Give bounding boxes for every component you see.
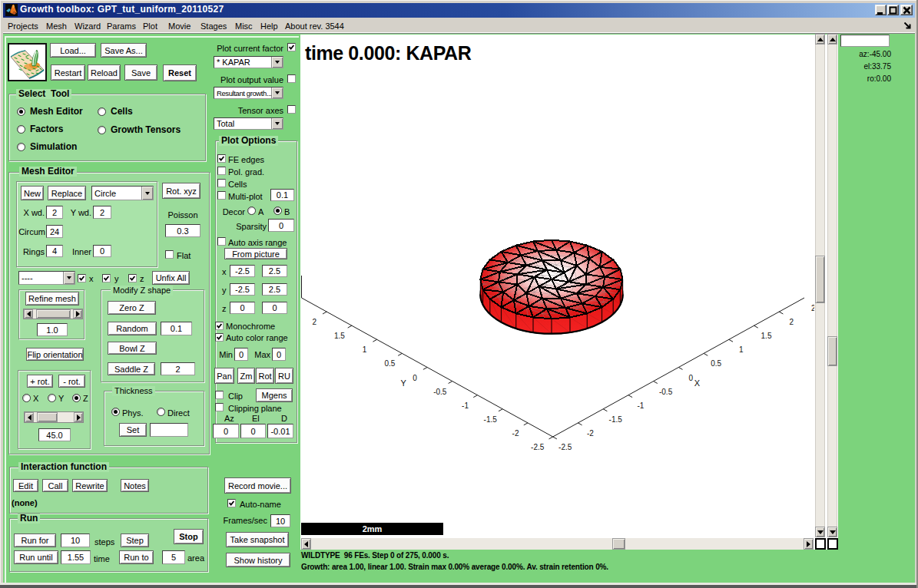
svg-text:-0.5: -0.5 xyxy=(659,388,673,396)
svg-text:1.5: 1.5 xyxy=(761,332,772,340)
svg-text:1.5: 1.5 xyxy=(334,332,345,340)
svg-text:2: 2 xyxy=(789,318,794,326)
svg-text:0.5: 0.5 xyxy=(384,359,395,368)
svg-text:-2: -2 xyxy=(512,429,519,438)
svg-text:-1: -1 xyxy=(637,401,644,410)
svg-text:0: 0 xyxy=(689,374,694,382)
svg-text:2: 2 xyxy=(312,318,316,326)
svg-text:-0.5: -0.5 xyxy=(433,388,447,396)
svg-text:1: 1 xyxy=(739,345,744,354)
svg-text:-2: -2 xyxy=(587,429,594,438)
svg-text:-2.5: -2.5 xyxy=(531,443,545,451)
svg-text:Y: Y xyxy=(400,378,406,388)
svg-text:0: 0 xyxy=(413,374,417,382)
svg-text:-1: -1 xyxy=(462,401,469,410)
svg-text:1: 1 xyxy=(363,345,367,354)
svg-text:X: X xyxy=(694,378,701,388)
svg-text:-2.5: -2.5 xyxy=(558,443,572,451)
svg-text:0.5: 0.5 xyxy=(711,359,721,368)
svg-text:-1.5: -1.5 xyxy=(484,415,498,424)
svg-text:-1.5: -1.5 xyxy=(609,415,623,424)
